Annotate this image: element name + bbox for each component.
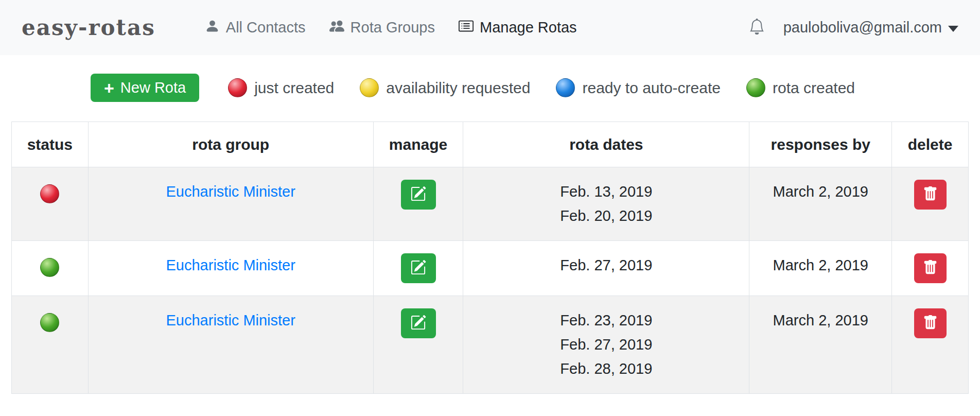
status-cell <box>12 167 89 241</box>
legend-label: rota created <box>773 79 855 97</box>
user-email: pauloboliva@gmail.com <box>783 19 942 36</box>
status-cell <box>12 296 89 394</box>
nav-item-label: Rota Groups <box>351 19 435 36</box>
responses-by-cell: March 2, 2019 <box>749 167 892 241</box>
status-cell <box>12 241 89 296</box>
rotas-table-wrap: status rota group manage rota dates resp… <box>11 122 969 394</box>
trash-icon <box>923 315 938 332</box>
status-dot <box>40 258 59 277</box>
edit-rota-button[interactable] <box>401 180 436 210</box>
delete-cell <box>892 241 969 296</box>
status-dot-green <box>746 78 765 97</box>
pencil-square-icon <box>410 186 426 203</box>
status-dot-blue <box>556 78 575 97</box>
delete-rota-button[interactable] <box>914 180 947 210</box>
delete-cell <box>892 167 969 241</box>
legend-item-just-created: just created <box>228 78 334 97</box>
manage-cell <box>373 167 463 241</box>
nav-item-label: Manage Rotas <box>480 19 577 36</box>
table-row: Eucharistic Minister Feb. 27, 2019 March… <box>12 241 969 296</box>
responses-by-cell: March 2, 2019 <box>749 241 892 296</box>
header-rota-group: rota group <box>88 122 373 167</box>
manage-cell <box>373 241 463 296</box>
delete-rota-button[interactable] <box>914 308 947 338</box>
manage-cell <box>373 296 463 394</box>
legend-label: availability requested <box>386 79 530 97</box>
legend-item-availability-requested: availability requested <box>360 78 530 97</box>
rota-group-link[interactable]: Eucharistic Minister <box>166 183 295 200</box>
table-row: Eucharistic Minister Feb. 23, 2019 Feb. … <box>12 296 969 394</box>
status-legend: just created availability requested read… <box>228 78 855 97</box>
rota-group-link[interactable]: Eucharistic Minister <box>166 312 295 328</box>
toolbar: + New Rota just created availability req… <box>91 74 980 102</box>
pencil-square-icon <box>410 259 426 277</box>
rota-dates-cell: Feb. 13, 2019 Feb. 20, 2019 <box>463 167 749 241</box>
edit-rota-button[interactable] <box>401 253 436 283</box>
people-icon <box>329 19 344 37</box>
nav-items: All Contacts Rota Groups Manage Rotas <box>205 19 577 37</box>
rota-group-cell: Eucharistic Minister <box>88 241 373 296</box>
header-rota-dates: rota dates <box>463 122 749 167</box>
new-rota-label: New Rota <box>120 79 186 96</box>
caret-down-icon <box>948 26 958 32</box>
header-status: status <box>12 122 89 167</box>
status-dot <box>40 184 59 203</box>
rota-group-link[interactable]: Eucharistic Minister <box>166 257 295 273</box>
rota-date: Feb. 28, 2019 <box>470 357 742 381</box>
nav-item-label: All Contacts <box>226 19 306 36</box>
header-responses-by: responses by <box>749 122 892 167</box>
navbar-right: pauloboliva@gmail.com <box>749 19 958 37</box>
rotas-table: status rota group manage rota dates resp… <box>11 122 969 394</box>
table-header-row: status rota group manage rota dates resp… <box>12 122 969 167</box>
legend-label: ready to auto-create <box>582 79 721 97</box>
edit-rota-button[interactable] <box>401 308 436 338</box>
person-icon <box>205 19 220 37</box>
rota-date: Feb. 23, 2019 <box>470 308 742 333</box>
responses-by-cell: March 2, 2019 <box>749 296 892 394</box>
rota-group-cell: Eucharistic Minister <box>88 167 373 241</box>
delete-rota-button[interactable] <box>914 253 947 283</box>
trash-icon <box>923 186 938 203</box>
rota-group-cell: Eucharistic Minister <box>88 296 373 394</box>
brand-logo[interactable]: easy-rotas <box>22 15 155 40</box>
nav-item-manage-rotas[interactable]: Manage Rotas <box>459 19 577 37</box>
rota-date: Feb. 13, 2019 <box>470 180 742 204</box>
header-manage: manage <box>373 122 463 167</box>
pencil-square-icon <box>410 315 426 332</box>
nav-item-all-contacts[interactable]: All Contacts <box>205 19 306 37</box>
status-dot <box>40 313 59 332</box>
table-row: Eucharistic Minister Feb. 13, 2019 Feb. … <box>12 167 969 241</box>
rota-dates-cell: Feb. 27, 2019 <box>463 241 749 296</box>
navbar: easy-rotas All Contacts Rota Groups Mana… <box>0 0 980 55</box>
legend-label: just created <box>254 79 334 97</box>
user-menu[interactable]: pauloboliva@gmail.com <box>783 19 958 36</box>
trash-icon <box>923 260 938 276</box>
bell-icon[interactable] <box>749 19 765 37</box>
rota-date: Feb. 27, 2019 <box>470 253 742 278</box>
legend-item-ready-to-auto-create: ready to auto-create <box>556 78 721 97</box>
card-list-icon <box>459 19 474 37</box>
legend-item-rota-created: rota created <box>746 78 855 97</box>
delete-cell <box>892 296 969 394</box>
plus-icon: + <box>104 81 114 95</box>
status-dot-red <box>228 78 247 97</box>
header-delete: delete <box>892 122 969 167</box>
status-dot-yellow <box>360 78 379 97</box>
nav-item-rota-groups[interactable]: Rota Groups <box>329 19 435 37</box>
rota-date: Feb. 20, 2019 <box>470 204 742 228</box>
rota-dates-cell: Feb. 23, 2019 Feb. 27, 2019 Feb. 28, 201… <box>463 296 749 394</box>
rota-date: Feb. 27, 2019 <box>470 333 742 357</box>
new-rota-button[interactable]: + New Rota <box>91 74 199 102</box>
